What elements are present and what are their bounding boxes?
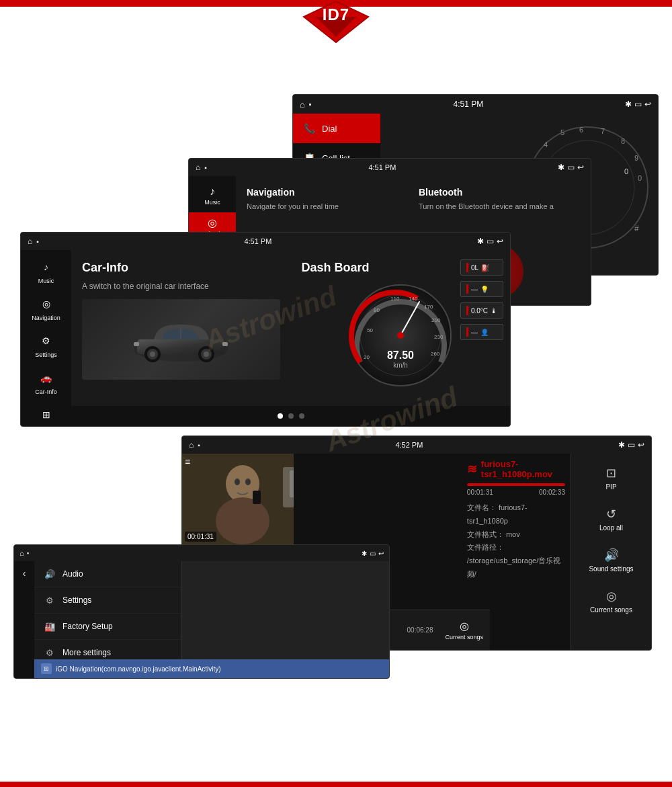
svg-point-24	[204, 351, 209, 357]
bottom-red-bar	[0, 782, 672, 787]
main-left-panel: Car-Info A switch to the original car in…	[71, 250, 291, 406]
dot-2	[288, 413, 294, 419]
speed-gauge: 20 50 80 110 140 170 200 230 260 87.50 k…	[347, 282, 454, 389]
svg-text:200: 200	[431, 317, 441, 323]
video-time: 4:52 PM	[395, 441, 423, 449]
fuel-value: 0L	[471, 264, 478, 272]
main-nav-label: Navigation	[32, 315, 60, 321]
nav-feature-desc-0: Navigate for you in real time	[247, 202, 408, 212]
svg-rect-25	[222, 342, 228, 346]
video-loop-btn[interactable]: ↺ Loop all	[571, 500, 651, 538]
main-sidebar-carinfo[interactable]: 🚗 Car-Info	[21, 364, 71, 401]
settings-audio-item[interactable]: 🔊 Audio	[34, 561, 181, 587]
song-time-total: 00:06:28	[407, 626, 433, 634]
main-sidebar: ♪ Music ◎ Navigation ⚙ Settings 🚗 Car-In…	[21, 250, 71, 426]
person-value: —	[471, 329, 478, 336]
settings-settings-item[interactable]: ⚙ Settings	[34, 587, 181, 614]
svg-point-21	[150, 351, 155, 357]
main-apps-label: Apps	[39, 425, 53, 427]
settings-collapse-arrow[interactable]: ‹	[17, 567, 31, 580]
svg-text:80: 80	[374, 307, 380, 313]
video-info-panel: ≋ furious7-tsr1_h1080p.mov 00:01:31 00:0…	[462, 454, 571, 588]
svg-text:87.50: 87.50	[387, 349, 414, 361]
nav-sidebar-music[interactable]: ♪ Music	[189, 181, 236, 210]
carinfo-desc: A switch to the original car interface	[82, 282, 280, 291]
svg-text:0: 0	[624, 167, 628, 175]
carinfo-title: Car-Info	[82, 261, 280, 275]
light-value: —	[471, 286, 478, 293]
video-file-name: 文件名： furious7-tsr1_h1080p	[467, 501, 565, 528]
video-status-bar: ⌂ ▪ 4:52 PM ✱ ▭ ↩	[182, 436, 651, 454]
screen-main: ⌂ ▪ 4:51 PM ✱ ▭ ↩ ♪ Music ◎ Navigation ⚙…	[20, 232, 511, 427]
dashboard-title: Dash Board	[302, 261, 370, 275]
main-sidebar-settings[interactable]: ⚙ Settings	[21, 327, 71, 364]
video-list-icon: ≡	[185, 456, 190, 467]
person-indicator: — 👤	[460, 324, 503, 340]
main-status-icons: ✱ ▭ ↩	[477, 237, 503, 246]
light-indicator: — 💡	[460, 281, 503, 297]
video-current-time: 00:01:31	[185, 532, 216, 542]
currentsongs-label: Current songs	[590, 606, 632, 614]
nav-status-bar: ⌂ ▪ 4:51 PM ✱ ▭ ↩	[189, 159, 591, 176]
svg-text:0: 0	[638, 174, 642, 182]
temp-indicator: 0.0°C 🌡	[460, 302, 503, 319]
video-thumbnail: 00:01:31 ≡	[182, 454, 294, 544]
video-time-current: 00:01:31	[467, 489, 493, 496]
main-sidebar-music[interactable]: ♪ Music	[21, 253, 71, 290]
video-sidebar: ⊡ PIP ↺ Loop all 🔊 Sound settings ◎ Curr…	[571, 454, 651, 650]
svg-text:5: 5	[560, 128, 564, 136]
main-carinfo-label: Car-Info	[35, 388, 57, 395]
svg-text:4: 4	[544, 140, 548, 149]
id7-label: ID7	[323, 5, 349, 24]
sound-icon: 🔊	[604, 548, 619, 563]
factory-icon: 🏭	[44, 620, 56, 632]
id7-badge: ID7	[296, 0, 376, 47]
factory-label: Factory Setup	[62, 622, 113, 631]
current-songs-sidebar-btn[interactable]: ◎ Current songs	[445, 620, 483, 640]
settings-label: Settings	[62, 595, 91, 605]
loop-icon: ↺	[606, 507, 616, 522]
svg-text:9: 9	[634, 154, 638, 162]
svg-text:km/h: km/h	[393, 362, 408, 369]
settings-status-bar: ⌂ ▪ ✱ ▭ ↩	[14, 545, 389, 561]
video-time-row: 00:01:31 00:02:33	[467, 489, 565, 496]
nav-music-label: Music	[204, 199, 220, 206]
more-label: More settings	[62, 648, 111, 657]
video-filename: furious7-tsr1_h1080p.mov	[481, 459, 565, 479]
nav-feature-desc-1: Turn on the Bluetooth device and make a	[419, 202, 580, 212]
video-status-icons: ✱ ▭ ↩	[618, 440, 644, 450]
nav-feature-title-0: Navigation	[247, 187, 408, 198]
svg-text:140: 140	[409, 296, 418, 302]
video-title-row: ≋ furious7-tsr1_h1080p.mov	[467, 459, 565, 479]
igo-text: iGO Navigation(com.navngo.igo.javaclient…	[56, 665, 221, 673]
svg-point-39	[397, 332, 404, 339]
svg-rect-26	[134, 342, 139, 346]
main-content-area: Car-Info A switch to the original car in…	[71, 250, 510, 406]
nav-feature-title-1: Bluetooth	[419, 187, 580, 198]
video-currentsongs-btn[interactable]: ◎ Current songs	[571, 582, 651, 620]
main-sidebar-apps[interactable]: ⊞ Apps	[21, 401, 71, 427]
video-sound-btn[interactable]: 🔊 Sound settings	[571, 541, 651, 579]
current-songs-sidebar-label: Current songs	[445, 634, 483, 640]
video-pip-btn[interactable]: ⊡ PIP	[571, 459, 651, 497]
phone-dial-label: Dial	[322, 124, 337, 134]
svg-text:170: 170	[424, 304, 433, 310]
nav-status-icons: ✱ ▭ ↩	[558, 163, 584, 172]
igo-navigation-bar[interactable]: ⊞ iGO Navigation(com.navngo.igo.javaclie…	[34, 659, 389, 678]
settings-collapse-sidebar: ‹	[14, 561, 34, 678]
svg-text:110: 110	[390, 296, 400, 302]
video-file-path: 文件路径： /storage/usb_storage/音乐视频/	[467, 541, 565, 581]
svg-point-46	[216, 497, 269, 544]
currentsongs-icon: ◎	[606, 589, 617, 604]
phone-dial-item[interactable]: 📞 Dial	[293, 114, 387, 143]
pip-label: PIP	[605, 483, 616, 491]
svg-text:50: 50	[367, 327, 373, 333]
more-icon: ⚙	[44, 647, 56, 659]
settings-factory-item[interactable]: 🏭 Factory Setup	[34, 614, 181, 640]
main-sidebar-nav[interactable]: ◎ Navigation	[21, 290, 71, 327]
svg-text:230: 230	[434, 334, 444, 340]
dot-3	[299, 413, 304, 419]
svg-text:260: 260	[431, 351, 440, 357]
svg-rect-47	[253, 491, 261, 504]
settings-icon: ⚙	[44, 594, 56, 606]
